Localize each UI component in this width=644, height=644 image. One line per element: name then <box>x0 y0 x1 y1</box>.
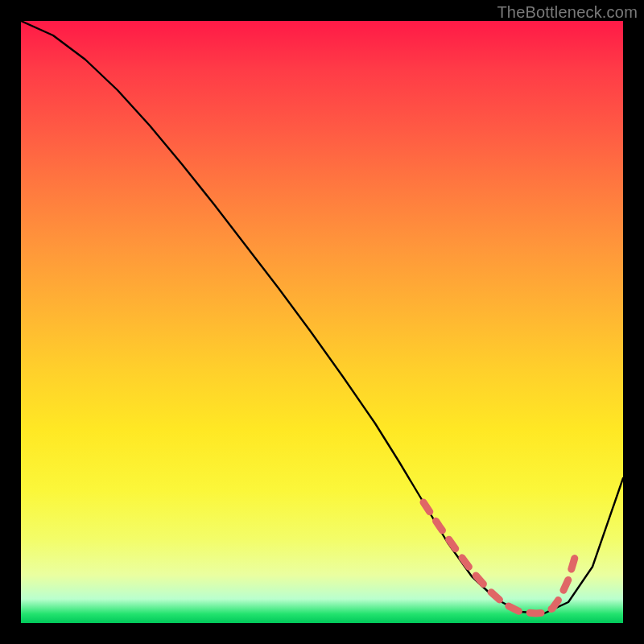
plot-area <box>21 21 623 623</box>
bottleneck-curve <box>21 21 623 613</box>
chart-frame: TheBottleneck.com <box>0 0 644 644</box>
watermark-text: TheBottleneck.com <box>497 3 638 22</box>
chart-svg <box>21 21 623 623</box>
dashed-highlight <box>423 502 576 613</box>
